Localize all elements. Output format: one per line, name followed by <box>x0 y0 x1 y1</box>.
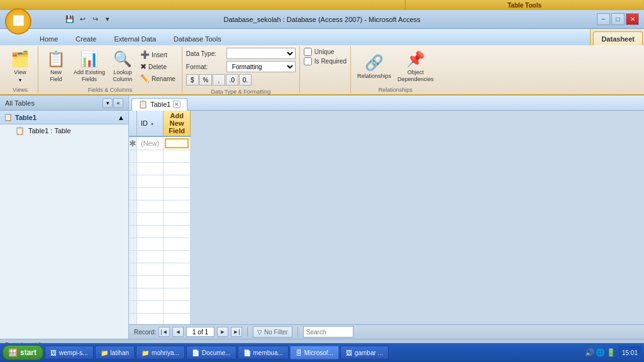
new-field-input[interactable] <box>165 138 189 148</box>
insert-label: Insert <box>152 52 167 58</box>
empty-id-1[interactable] <box>137 150 164 163</box>
taskbar-btn1-label: wempi-s... <box>59 349 88 356</box>
first-record-button[interactable]: |◄ <box>158 327 170 337</box>
all-tables-dropdown[interactable]: ▾ <box>103 98 113 108</box>
empty-field-2[interactable] <box>164 163 191 175</box>
is-required-checkbox[interactable] <box>304 57 312 65</box>
empty-field-5[interactable] <box>164 200 191 213</box>
table-group-header[interactable]: 📋 Table1 ▲ <box>0 111 128 124</box>
new-row-selector: ✱ <box>129 136 137 150</box>
save-button[interactable]: 💾 <box>64 14 75 25</box>
taskbar-btn-2[interactable]: 📁 latihan <box>95 346 135 359</box>
unique-checkbox[interactable] <box>304 48 312 56</box>
new-field-button[interactable]: 📋 New Field <box>42 48 70 85</box>
increase-decimal-btn[interactable]: .0 <box>226 74 238 85</box>
unique-row: Unique <box>304 48 347 56</box>
new-row-input-cell[interactable] <box>164 136 191 150</box>
delete-button[interactable]: ✖ Delete <box>138 61 178 72</box>
empty-row-1 <box>129 150 644 163</box>
taskbar-btn-5[interactable]: 📄 membua... <box>238 346 289 359</box>
no-filter-button[interactable]: ▽ No Filter <box>253 326 292 337</box>
search-input[interactable] <box>303 326 353 337</box>
empty-field-7[interactable] <box>164 226 191 238</box>
qat-dropdown[interactable]: ▾ <box>102 14 113 25</box>
last-record-button[interactable]: ►| <box>231 327 242 337</box>
undo-button[interactable]: ↩ <box>77 14 88 25</box>
restore-button[interactable]: □ <box>611 13 625 25</box>
empty-row-14 <box>129 314 644 325</box>
empty-id-13[interactable] <box>137 301 164 314</box>
empty-id-8[interactable] <box>137 238 164 251</box>
empty-id-5[interactable] <box>137 200 164 213</box>
comma-btn[interactable]: , <box>213 74 225 85</box>
taskbar-btn-1[interactable]: 🖼 wempi-s... <box>45 346 94 359</box>
empty-field-3[interactable] <box>164 175 191 188</box>
tabs-left: Home Create External Data Database Tools <box>0 31 231 45</box>
document-tab-icon: 📋 <box>138 100 148 109</box>
empty-field-6[interactable] <box>164 213 191 226</box>
empty-id-3[interactable] <box>137 175 164 188</box>
empty-id-11[interactable] <box>137 276 164 288</box>
add-new-field-header[interactable]: Add New Field <box>164 111 191 136</box>
empty-field-14[interactable] <box>164 314 191 325</box>
minimize-button[interactable]: − <box>597 13 610 25</box>
empty-field-4[interactable] <box>164 188 191 200</box>
empty-id-12[interactable] <box>137 288 164 301</box>
relationships-button[interactable]: 🔗 Relationships <box>355 48 394 85</box>
empty-id-2[interactable] <box>137 163 164 175</box>
empty-row-4 <box>129 188 644 200</box>
table-group-title: 📋 Table1 <box>4 113 36 121</box>
taskbar-btn-4[interactable]: 📄 Docume... <box>186 346 236 359</box>
view-button[interactable]: 🗂️ View ▾ <box>6 48 34 85</box>
tab-create[interactable]: Create <box>67 31 104 45</box>
office-button[interactable]: 🅰 <box>5 8 31 35</box>
empty-id-4[interactable] <box>137 188 164 200</box>
object-dependencies-button[interactable]: 📌 Object Dependencies <box>395 48 436 85</box>
document-tab-table1[interactable]: 📋 Table1 ✕ <box>131 98 187 111</box>
id-column-header[interactable]: ID ▾ <box>137 111 164 136</box>
lookup-column-button[interactable]: 🔍 Lookup Column <box>109 48 136 85</box>
close-button[interactable]: ✕ <box>626 13 639 25</box>
empty-field-8[interactable] <box>164 238 191 251</box>
empty-field-12[interactable] <box>164 288 191 301</box>
tab-external-data[interactable]: External Data <box>106 31 164 45</box>
next-record-button[interactable]: ► <box>217 327 228 337</box>
document-tab-close[interactable]: ✕ <box>173 101 180 108</box>
empty-row-3 <box>129 175 644 188</box>
percent-btn[interactable]: % <box>199 74 212 85</box>
empty-field-11[interactable] <box>164 276 191 288</box>
start-button[interactable]: 🪟 start <box>3 345 43 360</box>
new-row-id-cell[interactable]: (New) <box>137 136 164 150</box>
currency-btn[interactable]: $ <box>186 74 199 85</box>
empty-id-7[interactable] <box>137 226 164 238</box>
rename-button[interactable]: ✏️ Rename <box>138 73 178 84</box>
taskbar-btn-7[interactable]: 🖼 gambar ... <box>340 346 389 359</box>
empty-field-10[interactable] <box>164 263 191 276</box>
tab-database-tools[interactable]: Database Tools <box>165 31 230 45</box>
data-type-select[interactable] <box>226 48 296 59</box>
redo-button[interactable]: ↪ <box>89 14 101 25</box>
prev-record-button[interactable]: ◄ <box>172 327 184 337</box>
view-icon: 🗂️ <box>11 50 30 68</box>
empty-row-11 <box>129 276 644 288</box>
add-existing-button[interactable]: 📊 Add Existing Fields <box>71 48 108 85</box>
insert-button[interactable]: ➕ Insert <box>138 49 178 60</box>
empty-field-1[interactable] <box>164 150 191 163</box>
format-select[interactable]: Formatting <box>226 61 296 72</box>
taskbar-btn5-icon: 📄 <box>243 349 251 356</box>
tab-home[interactable]: Home <box>31 31 66 45</box>
current-record-field[interactable] <box>186 327 214 337</box>
empty-id-14[interactable] <box>137 314 164 325</box>
left-panel-header: All Tables ▾ « <box>0 96 128 111</box>
empty-field-13[interactable] <box>164 301 191 314</box>
empty-id-9[interactable] <box>137 251 164 263</box>
taskbar-btn-6[interactable]: 🗄 Microsof... <box>290 346 339 359</box>
decrease-decimal-btn[interactable]: 0. <box>239 74 252 85</box>
taskbar-btn-3[interactable]: 📁 mohriya... <box>136 346 185 359</box>
panel-collapse-btn[interactable]: « <box>113 98 123 108</box>
empty-id-6[interactable] <box>137 213 164 226</box>
empty-id-10[interactable] <box>137 263 164 276</box>
empty-field-9[interactable] <box>164 251 191 263</box>
table-item-table1[interactable]: 📋 Table1 : Table <box>0 124 128 137</box>
tab-datasheet[interactable]: Datasheet <box>593 31 643 45</box>
